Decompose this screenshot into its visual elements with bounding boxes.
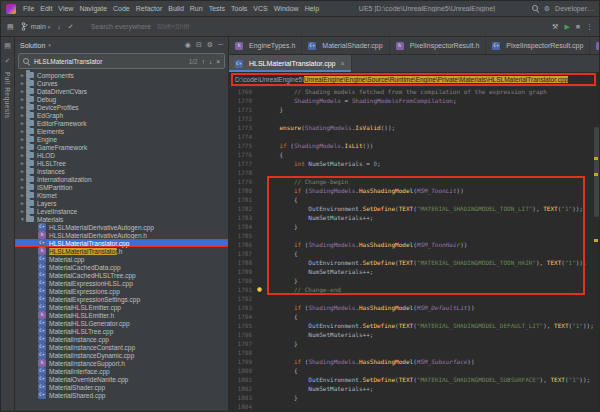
tree-item-materialhlslemitter.cpp[interactable]: C+MaterialHLSLEmitter.cpp xyxy=(15,303,228,311)
chevron-right-icon[interactable]: ▸ xyxy=(19,160,26,166)
menu-window[interactable]: Window xyxy=(271,5,302,12)
menu-file[interactable]: File xyxy=(20,5,37,12)
settings-gear-icon[interactable]: ⚙ xyxy=(544,5,550,13)
tree-item-hlslmaterialtranslator.cpp[interactable]: C+HLSLMaterialTranslator.cpp xyxy=(15,239,228,247)
settings-icon[interactable]: ⚙ xyxy=(207,41,213,49)
chevron-right-icon[interactable]: ▸ xyxy=(19,208,26,214)
commit-icon[interactable]: ✓ xyxy=(68,23,74,31)
tree-item-internationalization[interactable]: ▸Internationalization xyxy=(15,175,228,183)
tab-hlslmaterialtranslator-cpp[interactable]: C+ HLSLMaterialTranslator.cpp × xyxy=(229,55,352,72)
tree-item-hlsltree[interactable]: ▸HLSLTree xyxy=(15,159,228,167)
tab-pixelinspectorresult.cpp[interactable]: C+PixelInspectorResult.cpp xyxy=(486,37,590,54)
stripe-mark[interactable] xyxy=(594,173,598,176)
prev-match-icon[interactable]: ↑ xyxy=(202,58,205,65)
tree-item-hlslmaterialderivativeautogen.cpp[interactable]: C+HLSLMaterialDerivativeAutogen.cpp xyxy=(15,223,228,231)
more-icon[interactable]: ⋮ xyxy=(586,23,593,31)
chevron-right-icon[interactable]: ▸ xyxy=(19,152,26,158)
tree-item-materialinstance.cpp[interactable]: C+MaterialInstance.cpp xyxy=(15,335,228,343)
tree-item-materialexpressionsettings.cpp[interactable]: C+MaterialExpressionSettings.cpp xyxy=(15,295,228,303)
menu-vcs[interactable]: VCS xyxy=(250,5,270,12)
tree-item-materialinstancedynamic.cpp[interactable]: C+MaterialInstanceDynamic.cpp xyxy=(15,351,228,359)
menu-tools[interactable]: Tools xyxy=(228,5,250,12)
close-search-icon[interactable]: × xyxy=(216,58,220,65)
code-editor[interactable]: 1769 // Shading models fetched from the … xyxy=(229,87,599,412)
menu-code[interactable]: Code xyxy=(110,5,133,12)
chevron-right-icon[interactable]: ▸ xyxy=(19,88,26,94)
git-branch-widget[interactable]: main ▾ xyxy=(21,22,51,31)
tree-item-debug[interactable]: ▸Debug xyxy=(15,95,228,103)
pull-requests-tool-button[interactable]: Pull Requests xyxy=(4,72,11,119)
tree-item-hlod[interactable]: ▸HLOD xyxy=(15,151,228,159)
stop-icon[interactable]: ■ xyxy=(576,23,580,30)
tab-pixelinspectorresult.h[interactable]: hPixelInspectorResult.h xyxy=(390,37,487,54)
solution-view-selector[interactable]: Solution xyxy=(20,42,45,49)
tree-item-materialshader.cpp[interactable]: C+MaterialShader.cpp xyxy=(15,383,228,391)
tree-item-kismet[interactable]: ▸Kismet xyxy=(15,191,228,199)
tree-item-materialshared.cpp[interactable]: C+MaterialShared.cpp xyxy=(15,391,228,399)
tree-item-materialoverridenanite.cpp[interactable]: C+MaterialOverrideNanite.cpp xyxy=(15,375,228,383)
menu-build[interactable]: Build xyxy=(165,5,187,12)
tree-item-hlslmaterialderivativeautogen.h[interactable]: hHLSLMaterialDerivativeAutogen.h xyxy=(15,231,228,239)
chevron-right-icon[interactable]: ▸ xyxy=(19,200,26,206)
chevron-right-icon[interactable]: ▸ xyxy=(19,192,26,198)
chevron-right-icon[interactable]: ▸ xyxy=(19,128,26,134)
chevron-right-icon[interactable]: ▸ xyxy=(19,184,26,190)
tab-enginetypes.h[interactable]: hEngineTypes.h xyxy=(229,37,302,54)
breadcrumb[interactable]: D:\code\UnrealEngine5\UnrealEngine\Engin… xyxy=(229,73,599,87)
chevron-right-icon[interactable]: ▸ xyxy=(19,112,26,118)
tree-item-curves[interactable]: ▸Curves xyxy=(15,79,228,87)
collapse-all-icon[interactable]: ⊟ xyxy=(196,41,202,49)
tree-item-materialhlsltree.cpp[interactable]: C+MaterialHLSLTree.cpp xyxy=(15,327,228,335)
tree-item-materialinstanceconstant.cpp[interactable]: C+MaterialInstanceConstant.cpp xyxy=(15,343,228,351)
chevron-right-icon[interactable]: ▸ xyxy=(19,96,26,102)
chevron-down-icon[interactable]: ▾ xyxy=(19,216,26,222)
close-tab-icon[interactable]: × xyxy=(341,60,345,67)
tree-item-edgraph[interactable]: ▸EdGraph xyxy=(15,111,228,119)
tree-item-materialexpressionhlsl.cpp[interactable]: C+MaterialExpressionHLSL.cpp xyxy=(15,279,228,287)
solution-explorer-icon[interactable]: ▤ xyxy=(4,42,11,50)
next-match-icon[interactable]: ↓ xyxy=(209,58,212,65)
menu-view[interactable]: View xyxy=(55,5,76,12)
tree-item-deviceprofiles[interactable]: ▸DeviceProfiles xyxy=(15,103,228,111)
tree-item-engine[interactable]: ▸Engine xyxy=(15,135,228,143)
run-icon[interactable]: ▶ xyxy=(564,23,569,31)
search-icon[interactable] xyxy=(532,5,539,12)
hide-panel-icon[interactable]: ─ xyxy=(218,41,223,49)
tree-item-elements[interactable]: ▸Elements xyxy=(15,127,228,135)
editor-scrollbar[interactable] xyxy=(594,127,599,217)
tab-shadermaterial.h[interactable]: hShaderMaterial.h xyxy=(590,37,599,54)
update-project-icon[interactable]: ↓ xyxy=(57,23,61,30)
locate-file-icon[interactable]: ◉ xyxy=(185,41,191,49)
search-everywhere-hint[interactable]: Search everywhere Shift+Shift xyxy=(91,23,189,30)
chevron-right-icon[interactable]: ▸ xyxy=(19,176,26,182)
tree-item-ismpartition[interactable]: ▸ISMPartition xyxy=(15,183,228,191)
tree-item-layers[interactable]: ▸Layers xyxy=(15,199,228,207)
tree-item-materialexpressions.cpp[interactable]: C+MaterialExpressions.cpp xyxy=(15,287,228,295)
tree-item-editorframework[interactable]: ▸EditorFramework xyxy=(15,119,228,127)
menu-help[interactable]: Help xyxy=(302,5,322,12)
tree-item-datadrivencvars[interactable]: ▸DataDrivenCVars xyxy=(15,87,228,95)
tree-item-materialhlslgenerator.cpp[interactable]: C+MaterialHLSLGenerator.cpp xyxy=(15,319,228,327)
chevron-right-icon[interactable]: ▸ xyxy=(19,72,26,78)
tree-item-materialinterface.cpp[interactable]: C+MaterialInterface.cpp xyxy=(15,367,228,375)
tree-item-components[interactable]: ▸Components xyxy=(15,71,228,79)
chevron-right-icon[interactable]: ▸ xyxy=(19,120,26,126)
stripe-mark[interactable] xyxy=(594,157,598,160)
tree-item-materialinstancesupport.h[interactable]: hMaterialInstanceSupport.h xyxy=(15,359,228,367)
tree-item-levelinstance[interactable]: ▸LevelInstance xyxy=(15,207,228,215)
tab-materialshader.cpp[interactable]: C+MaterialShader.cpp xyxy=(302,37,389,54)
tree-item-instances[interactable]: ▸Instances xyxy=(15,167,228,175)
project-icon[interactable]: ▤ xyxy=(7,23,14,31)
menu-tests[interactable]: Tests xyxy=(206,5,228,12)
tree-item-material.cpp[interactable]: C+Material.cpp xyxy=(15,255,228,263)
stripe-mark[interactable] xyxy=(594,239,598,242)
chevron-right-icon[interactable]: ▸ xyxy=(19,80,26,86)
tree-item-materialcacheddata.cpp[interactable]: C+MaterialCachedData.cpp xyxy=(15,263,228,271)
chevron-right-icon[interactable]: ▸ xyxy=(19,104,26,110)
menu-refactor[interactable]: Refactor xyxy=(133,5,165,12)
tree-item-materials[interactable]: ▾Materials xyxy=(15,215,228,223)
tree-item-materialhlslemitter.h[interactable]: hMaterialHLSLEmitter.h xyxy=(15,311,228,319)
commit-tool-icon[interactable]: ✓ xyxy=(5,57,11,65)
tree-item-gameframework[interactable]: ▸GameFramework xyxy=(15,143,228,151)
chevron-right-icon[interactable]: ▸ xyxy=(19,144,26,150)
